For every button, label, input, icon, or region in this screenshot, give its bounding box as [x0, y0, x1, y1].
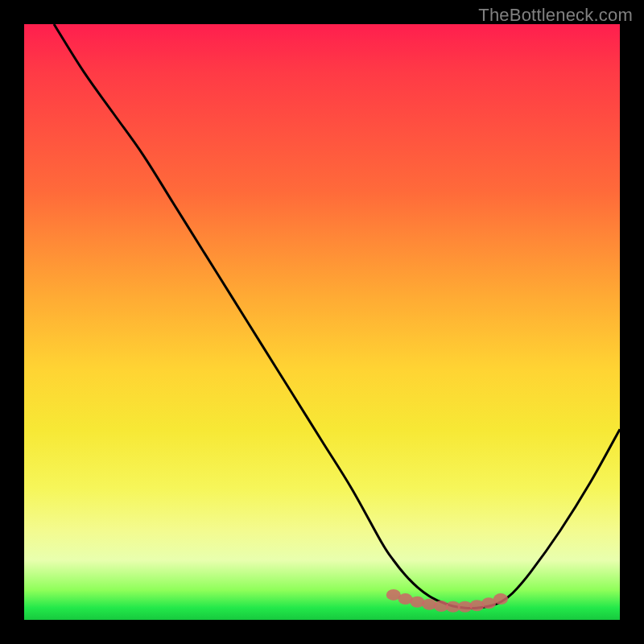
plot-area	[24, 24, 620, 620]
valley-marker	[493, 593, 508, 605]
valley-markers	[386, 589, 508, 613]
chart-frame: TheBottleneck.com	[0, 0, 644, 644]
curve-layer	[24, 24, 620, 620]
main-curve	[54, 24, 620, 608]
watermark-text: TheBottleneck.com	[478, 5, 633, 26]
